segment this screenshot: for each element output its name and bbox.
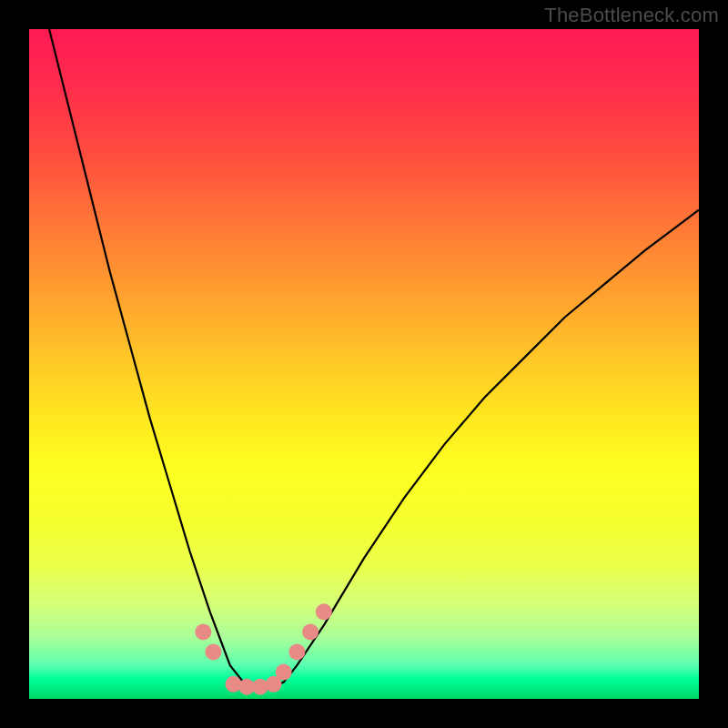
bottleneck-curve [49, 29, 699, 689]
chart-plot-area [29, 29, 699, 699]
chart-svg [29, 29, 699, 699]
left-marker-2 [205, 643, 221, 660]
bottom-marker-4 [266, 676, 282, 693]
right-marker-2 [288, 643, 305, 660]
curve-markers [195, 603, 331, 694]
watermark-text: TheBottleneck.com [544, 4, 719, 27]
left-marker-1 [195, 623, 211, 640]
right-marker-3 [302, 623, 318, 640]
right-marker-4 [316, 603, 332, 620]
chart-frame: TheBottleneck.com [0, 0, 728, 728]
